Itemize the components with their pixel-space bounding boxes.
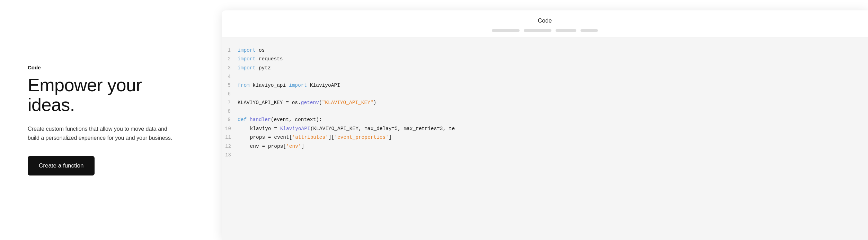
line-number: 11	[225, 133, 238, 142]
line-number: 10	[225, 125, 238, 133]
code-window-title: Code	[538, 17, 552, 24]
line-number: 2	[225, 55, 238, 63]
right-panel: Code 1import os2import requests3import p…	[208, 0, 868, 240]
code-window-header: Code	[222, 10, 868, 38]
line-number: 7	[225, 98, 238, 107]
line-content: from klaviyo_api import KlaviyoAPI	[238, 81, 340, 90]
line-content: klaviyo = KlaviyoAPI(KLAVIYO_API_KEY, ma…	[238, 125, 455, 133]
line-number: 3	[225, 64, 238, 72]
tab-pill-3[interactable]	[556, 29, 576, 32]
code-line: 9def handler(event, context):	[225, 115, 861, 124]
tab-pill-1[interactable]	[492, 29, 520, 32]
headline: Empower your ideas.	[28, 75, 180, 115]
line-number: 8	[225, 107, 238, 116]
line-number: 12	[225, 142, 238, 151]
line-content: import requests	[238, 55, 283, 63]
description: Create custom functions that allow you t…	[28, 125, 173, 142]
code-lines: 1import os2import requests3import pytz45…	[222, 46, 868, 159]
code-line: 5from klaviyo_api import KlaviyoAPI	[225, 81, 861, 90]
code-line: 10 klaviyo = KlaviyoAPI(KLAVIYO_API_KEY,…	[225, 125, 861, 133]
section-label: Code	[28, 65, 180, 70]
code-line: 2import requests	[225, 55, 861, 63]
code-window-tabs	[492, 29, 598, 32]
line-content: def handler(event, context):	[238, 115, 322, 124]
line-number: 6	[225, 90, 238, 98]
left-panel: Code Empower your ideas. Create custom f…	[0, 0, 208, 240]
tab-pill-2[interactable]	[524, 29, 551, 32]
code-line: 7KLAVIYO_API_KEY = os.getenv("KLAVIYO_AP…	[225, 98, 861, 107]
code-line: 3import pytz	[225, 64, 861, 72]
code-line: 1import os	[225, 46, 861, 55]
line-content: import os	[238, 46, 265, 55]
line-content: env = props['env']	[238, 142, 304, 151]
line-number: 9	[225, 115, 238, 124]
code-line: 11 props = event['attributes']['event_pr…	[225, 133, 861, 142]
code-line: 13	[225, 151, 861, 160]
code-line: 12 env = props['env']	[225, 142, 861, 151]
line-number: 5	[225, 81, 238, 90]
line-content: props = event['attributes']['event_prope…	[238, 133, 392, 142]
code-body: 1import os2import requests3import pytz45…	[222, 38, 868, 240]
code-line: 4	[225, 72, 861, 81]
line-number: 13	[225, 151, 238, 160]
code-line: 6	[225, 90, 861, 98]
code-line: 8	[225, 107, 861, 116]
line-number: 4	[225, 72, 238, 81]
line-content: import pytz	[238, 64, 271, 72]
line-content: KLAVIYO_API_KEY = os.getenv("KLAVIYO_API…	[238, 98, 376, 107]
code-window: Code 1import os2import requests3import p…	[222, 10, 868, 240]
create-function-button[interactable]: Create a function	[28, 156, 95, 175]
tab-pill-4[interactable]	[581, 29, 598, 32]
line-number: 1	[225, 46, 238, 55]
